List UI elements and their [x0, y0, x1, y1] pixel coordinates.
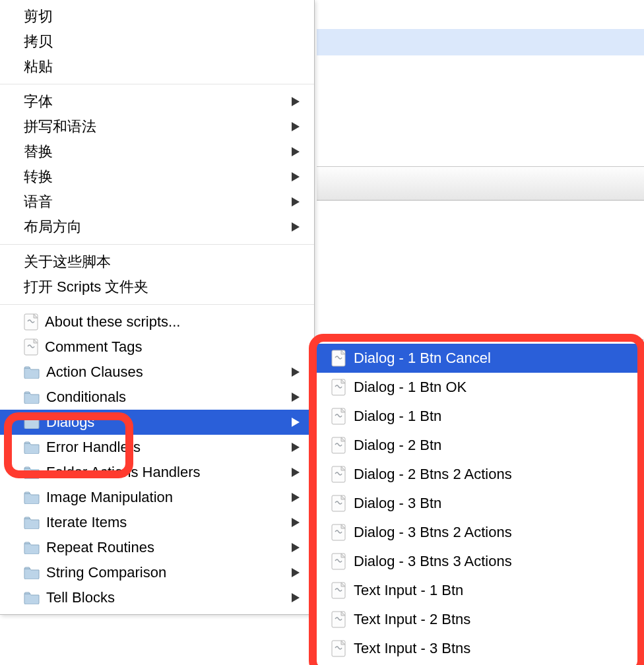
submenu-item-dialog-1-btn-ok[interactable]: Dialog - 1 Btn OK	[314, 373, 643, 402]
menu-item-label: Image Manipulation	[46, 489, 173, 506]
menu-item-open-scripts-folder[interactable]: 打开 Scripts 文件夹	[0, 274, 314, 300]
submenu-item-label: Dialog - 2 Btns 2 Actions	[354, 466, 512, 483]
dialogs-submenu: Dialog - 1 Btn Cancel Dialog - 1 Btn OK …	[313, 339, 643, 665]
submenu-item-text-input-2-btns[interactable]: Text Input - 2 Btns	[314, 605, 643, 634]
menu-item-font[interactable]: 字体	[0, 89, 314, 114]
folder-icon	[24, 566, 40, 579]
submenu-item-label: Dialog - 3 Btn	[354, 495, 441, 512]
submenu-arrow-icon	[292, 518, 300, 527]
menu-item-label: Tell Blocks	[46, 589, 115, 606]
script-file-icon	[331, 379, 346, 396]
submenu-arrow-icon	[292, 172, 300, 181]
menu-item-label: Action Clauses	[46, 364, 143, 381]
submenu-item-dialog-2-btn[interactable]: Dialog - 2 Btn	[314, 431, 643, 460]
menu-item-label: Comment Tags	[45, 338, 143, 356]
menu-item-label: 剪切	[24, 7, 53, 26]
script-file-icon	[331, 582, 346, 599]
menu-item-copy[interactable]: 拷贝	[0, 29, 314, 54]
script-file-icon	[331, 611, 346, 628]
submenu-item-dialog-1-btn-cancel[interactable]: Dialog - 1 Btn Cancel	[314, 344, 643, 373]
script-file-icon	[331, 437, 346, 454]
folder-icon	[24, 591, 40, 604]
menu-item-string-comparison[interactable]: String Comparison	[0, 560, 314, 585]
menu-item-comment-tags[interactable]: Comment Tags	[0, 334, 314, 360]
submenu-arrow-icon	[292, 468, 300, 477]
menu-item-spelling[interactable]: 拼写和语法	[0, 114, 314, 139]
submenu-arrow-icon	[292, 197, 300, 206]
menu-item-label: 字体	[24, 92, 53, 111]
menu-item-error-handlers[interactable]: Error Handlers	[0, 435, 314, 460]
submenu-arrow-icon	[292, 418, 300, 427]
menu-item-dialogs[interactable]: Dialogs	[0, 410, 314, 435]
script-file-icon	[331, 640, 346, 657]
submenu-item-text-input-1-btn[interactable]: Text Input - 1 Btn	[314, 576, 643, 605]
script-file-icon	[24, 338, 38, 356]
submenu-arrow-icon	[292, 568, 300, 577]
menu-item-writing-direction[interactable]: 布局方向	[0, 214, 314, 239]
menu-item-label: 拼写和语法	[24, 117, 96, 137]
menu-item-label: 拷贝	[24, 32, 53, 51]
submenu-arrow-icon	[292, 443, 300, 452]
menu-item-label: About these scripts...	[45, 313, 180, 331]
submenu-item-label: Text Input - 2 Btns	[354, 611, 470, 628]
submenu-item-dialog-2-btns-2-actions[interactable]: Dialog - 2 Btns 2 Actions	[314, 460, 643, 489]
script-file-icon	[331, 553, 346, 570]
menu-item-label: 关于这些脚本	[24, 252, 111, 272]
submenu-item-dialog-1-btn[interactable]: Dialog - 1 Btn	[314, 402, 643, 431]
menu-item-repeat-routines[interactable]: Repeat Routines	[0, 535, 314, 560]
menu-item-iterate-items[interactable]: Iterate Items	[0, 510, 314, 535]
menu-item-label: 打开 Scripts 文件夹	[24, 277, 148, 297]
menu-item-label: Iterate Items	[46, 514, 127, 531]
menu-item-label: Folder Actions Handlers	[46, 464, 201, 481]
menu-item-label: 粘贴	[24, 57, 53, 77]
menu-item-tell-blocks[interactable]: Tell Blocks	[0, 585, 314, 610]
script-file-icon	[331, 408, 346, 425]
menu-item-conditionals[interactable]: Conditionals	[0, 385, 314, 410]
submenu-item-label: Dialog - 1 Btn Cancel	[354, 350, 491, 367]
submenu-item-label: Dialog - 1 Btn OK	[354, 379, 467, 396]
submenu-item-label: Dialog - 2 Btn	[354, 437, 441, 454]
script-file-icon	[331, 524, 346, 541]
submenu-arrow-icon	[292, 222, 300, 232]
menu-item-label: Error Handlers	[46, 439, 141, 456]
submenu-arrow-icon	[292, 593, 300, 602]
menu-item-cut[interactable]: 剪切	[0, 4, 314, 29]
submenu-arrow-icon	[292, 393, 300, 402]
menu-item-speech[interactable]: 语音	[0, 189, 314, 214]
menu-item-substitutions[interactable]: 替换	[0, 139, 314, 164]
submenu-arrow-icon	[292, 493, 300, 502]
background-toolbar	[317, 166, 644, 201]
submenu-item-dialog-3-btns-2-actions[interactable]: Dialog - 3 Btns 2 Actions	[314, 518, 643, 547]
menu-item-action-clauses[interactable]: Action Clauses	[0, 360, 314, 385]
folder-icon	[24, 365, 40, 379]
menu-item-transformations[interactable]: 转换	[0, 164, 314, 189]
menu-item-label: Dialogs	[46, 414, 94, 431]
submenu-item-label: Dialog - 3 Btns 3 Actions	[354, 553, 512, 570]
script-file-icon	[331, 350, 346, 367]
menu-item-label: String Comparison	[46, 564, 166, 581]
submenu-arrow-icon	[292, 122, 300, 131]
folder-icon	[24, 441, 40, 454]
folder-icon	[24, 516, 40, 529]
folder-icon	[24, 466, 40, 479]
menu-item-image-manipulation[interactable]: Image Manipulation	[0, 485, 314, 510]
context-menu: 剪切 拷贝 粘贴 字体 拼写和语法 替换 转换 语音	[0, 0, 315, 615]
submenu-item-label: Text Input - 3 Btns	[354, 640, 470, 657]
menu-separator	[0, 304, 314, 305]
menu-item-label: 布局方向	[24, 217, 82, 237]
script-file-icon	[331, 466, 346, 483]
script-file-icon	[331, 495, 346, 512]
menu-item-paste[interactable]: 粘贴	[0, 54, 314, 79]
submenu-item-text-input-3-btns[interactable]: Text Input - 3 Btns	[314, 634, 643, 663]
menu-item-about-scripts-zh[interactable]: 关于这些脚本	[0, 249, 314, 274]
menu-item-about-these-scripts[interactable]: About these scripts...	[0, 309, 314, 334]
submenu-item-dialog-3-btns-3-actions[interactable]: Dialog - 3 Btns 3 Actions	[314, 547, 643, 576]
menu-item-label: Repeat Routines	[46, 539, 154, 556]
submenu-arrow-icon	[292, 147, 300, 156]
menu-item-folder-actions-handlers[interactable]: Folder Actions Handlers	[0, 460, 314, 485]
folder-icon	[24, 491, 40, 504]
submenu-arrow-icon	[292, 367, 300, 377]
submenu-arrow-icon	[292, 543, 300, 552]
submenu-item-dialog-3-btn[interactable]: Dialog - 3 Btn	[314, 489, 643, 518]
menu-item-label: 替换	[24, 142, 53, 162]
